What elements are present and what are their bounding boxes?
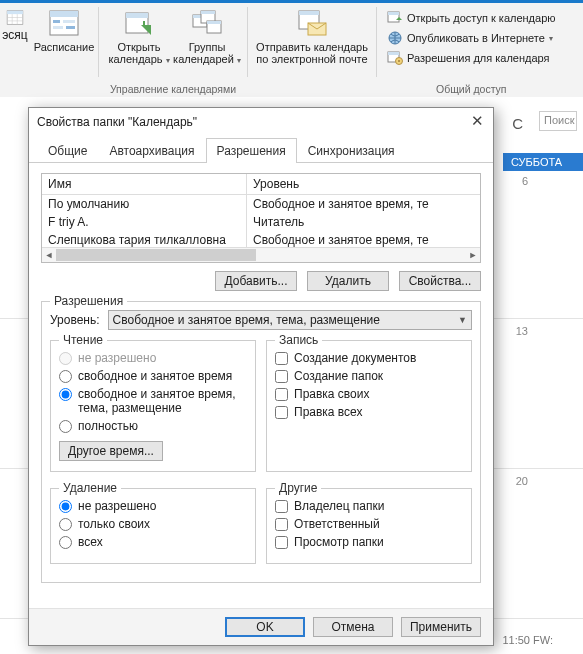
radio-label: только своих (78, 517, 150, 531)
table-row[interactable]: Слепцикова тария тилкалловна Свободное и… (42, 231, 480, 247)
table-row[interactable]: По умолчанию Свободное и занятое время, … (42, 195, 480, 213)
cell-level: Свободное и занятое время, те (247, 195, 480, 213)
svg-rect-13 (126, 13, 148, 18)
svg-rect-25 (388, 12, 399, 15)
chevron-down-icon: ▾ (166, 56, 170, 65)
checkbox-input[interactable] (275, 536, 288, 549)
checkbox-label: Просмотр папки (294, 535, 384, 549)
ribbon-item-schedule[interactable]: Расписание (30, 3, 98, 97)
close-button[interactable]: ✕ (469, 114, 485, 130)
radio-label: полностью (78, 419, 138, 433)
radio-read-freebusy[interactable]: свободное и занятое время (59, 369, 247, 383)
checkbox-input[interactable] (275, 406, 288, 419)
level-select[interactable]: Свободное и занятое время, тема, размеще… (108, 310, 472, 330)
delete-fieldset: Удаление не разрешено только своих всех (50, 488, 256, 564)
table-row[interactable]: F triy A. Читатель (42, 213, 480, 231)
radio-read-none: не разрешено (59, 351, 247, 365)
radio-input[interactable] (59, 518, 72, 531)
radio-delete-all[interactable]: всех (59, 535, 247, 549)
svg-rect-1 (7, 11, 23, 14)
weekday-header-saturday: СУББОТА (503, 153, 583, 171)
column-header-name[interactable]: Имя (42, 174, 247, 194)
checkbox-responsible[interactable]: Ответственный (275, 517, 463, 531)
ribbon-item-open-calendar[interactable]: Открыть календарь ▾ (105, 7, 173, 67)
checkbox-edit-own[interactable]: Правка своих (275, 387, 463, 401)
ribbon-item-publish[interactable]: Опубликовать в Интернете ▾ (383, 29, 557, 47)
cancel-button[interactable]: Отмена (313, 617, 393, 637)
radio-input[interactable] (59, 370, 72, 383)
other-time-button[interactable]: Другое время... (59, 441, 163, 461)
scroll-thumb[interactable] (56, 249, 256, 261)
permissions-list[interactable]: Имя Уровень По умолчанию Свободное и зан… (41, 173, 481, 263)
checkbox-input[interactable] (275, 388, 288, 401)
radio-input[interactable] (59, 536, 72, 549)
radio-input[interactable] (59, 500, 72, 513)
svg-rect-18 (201, 11, 215, 14)
ribbon-group-manage: Открыть календарь ▾ Группы календарей ▾ … (99, 3, 247, 97)
checkbox-edit-all[interactable]: Правка всех (275, 405, 463, 419)
dialog-tabs: Общие Автоархивация Разрешения Синхрониз… (29, 138, 493, 163)
checkbox-input[interactable] (275, 352, 288, 365)
tab-general[interactable]: Общие (37, 138, 98, 163)
ribbon-item-share-open[interactable]: Открыть доступ к календарю (383, 9, 560, 27)
ribbon-label: Расписание (34, 41, 95, 53)
radio-read-freebusy-subject[interactable]: свободное и занятое время, тема, размеще… (59, 387, 247, 415)
other-fieldset: Другие Владелец папки Ответственный Прос… (266, 488, 472, 564)
horizontal-scrollbar[interactable]: ◄ ► (42, 247, 480, 262)
calendar-letter: С (512, 115, 523, 132)
calendar-date: 20 (516, 475, 528, 487)
ribbon-item-calendar-permissions[interactable]: Разрешения для календаря (383, 49, 554, 67)
apply-button[interactable]: Применить (401, 617, 481, 637)
cell-name: По умолчанию (42, 195, 247, 213)
radio-delete-none[interactable]: не разрешено (59, 499, 247, 513)
ribbon-label: Открыть календарь (108, 41, 162, 65)
radio-input[interactable] (59, 388, 72, 401)
ok-button[interactable]: OK (225, 617, 305, 637)
svg-rect-30 (398, 60, 400, 62)
checkbox-folder-owner[interactable]: Владелец папки (275, 499, 463, 513)
checkbox-label: Создание документов (294, 351, 416, 365)
ribbon-label: Открыть доступ к календарю (407, 12, 556, 24)
read-fieldset: Чтение не разрешено свободное и занятое … (50, 340, 256, 472)
radio-label: всех (78, 535, 103, 549)
tab-permissions[interactable]: Разрешения (206, 138, 297, 163)
checkbox-create-items[interactable]: Создание документов (275, 351, 463, 365)
write-fieldset: Запись Создание документов Создание папо… (266, 340, 472, 472)
tab-autoarchive[interactable]: Автоархивация (98, 138, 205, 163)
ribbon-group-label: Общий доступ (377, 83, 566, 95)
ribbon: эсяц Расписание Открыть календарь ▾ Груп… (0, 0, 583, 97)
search-input[interactable]: Поиск (539, 111, 577, 131)
add-button[interactable]: Добавить... (215, 271, 297, 291)
ribbon-label: Группы календарей (173, 41, 234, 65)
checkbox-label: Правка своих (294, 387, 370, 401)
radio-label: свободное и занятое время, тема, размеще… (78, 387, 247, 415)
checkbox-create-folders[interactable]: Создание папок (275, 369, 463, 383)
radio-delete-own[interactable]: только своих (59, 517, 247, 531)
scroll-left-icon[interactable]: ◄ (42, 248, 56, 262)
ribbon-item-send-email[interactable]: Отправить календарь по электронной почте (248, 3, 376, 97)
radio-input[interactable] (59, 420, 72, 433)
checkbox-input[interactable] (275, 500, 288, 513)
chevron-down-icon: ▼ (458, 315, 467, 325)
ribbon-item-month[interactable]: эсяц (0, 3, 30, 97)
tab-sync[interactable]: Синхронизация (297, 138, 406, 163)
column-header-level[interactable]: Уровень (247, 174, 480, 194)
checkbox-input[interactable] (275, 518, 288, 531)
checkbox-folder-view[interactable]: Просмотр папки (275, 535, 463, 549)
checkbox-input[interactable] (275, 370, 288, 383)
fieldset-legend: Удаление (59, 481, 121, 495)
fieldset-legend: Чтение (59, 333, 107, 347)
checkbox-label: Правка всех (294, 405, 363, 419)
properties-button[interactable]: Свойства... (399, 271, 481, 291)
tab-body-permissions: Имя Уровень По умолчанию Свободное и зан… (29, 163, 493, 608)
remove-button[interactable]: Удалить (307, 271, 389, 291)
permissions-icon (387, 50, 403, 66)
svg-rect-22 (299, 11, 319, 15)
svg-rect-8 (53, 20, 60, 23)
ribbon-item-calendar-groups[interactable]: Группы календарей ▾ (173, 7, 241, 67)
calendar-date: 13 (516, 325, 528, 337)
scroll-right-icon[interactable]: ► (466, 248, 480, 262)
radio-read-full[interactable]: полностью (59, 419, 247, 433)
ribbon-label: эсяц (2, 28, 28, 42)
radio-label: не разрешено (78, 351, 156, 365)
